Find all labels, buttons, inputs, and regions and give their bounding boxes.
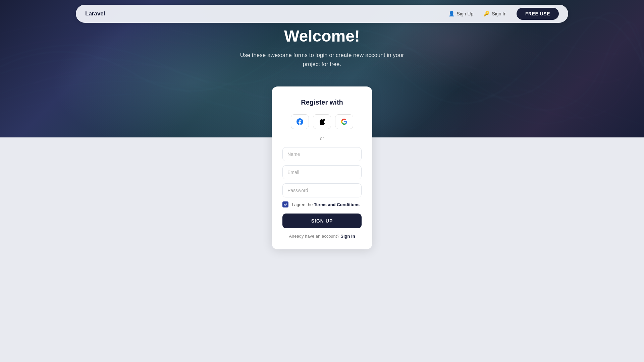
hero-subtitle: Use these awesome forms to login or crea… (0, 51, 644, 69)
email-input[interactable] (282, 165, 362, 179)
social-buttons (282, 114, 362, 129)
brand-name: Laravel (85, 10, 448, 17)
google-icon (341, 118, 347, 125)
card-title: Register with (282, 99, 362, 106)
apple-icon (319, 118, 325, 125)
signin-nav-link[interactable]: 🔑 Sign In (483, 11, 506, 17)
register-card: Register with or (272, 86, 372, 249)
terms-link[interactable]: Terms and Conditions (314, 202, 360, 207)
terms-prefix: I agree the (292, 202, 314, 207)
hero-section: Welcome! Use these awesome forms to logi… (0, 27, 644, 69)
signin-nav-label: Sign In (492, 11, 506, 16)
free-use-button[interactable]: FREE USE (517, 8, 559, 20)
signin-text: Already have an account? Sign in (282, 234, 362, 239)
signin-icon: 🔑 (483, 11, 490, 17)
hero-subtitle-line2: project for free. (303, 61, 341, 67)
signup-icon: 👤 (448, 11, 455, 17)
terms-text: I agree the Terms and Conditions (292, 202, 360, 207)
navbar: Laravel 👤 Sign Up 🔑 Sign In FREE USE (76, 5, 568, 23)
facebook-icon (297, 118, 303, 125)
signup-button[interactable]: SIGN UP (282, 214, 362, 228)
signup-nav-link[interactable]: 👤 Sign Up (448, 11, 474, 17)
apple-button[interactable] (313, 114, 331, 129)
checkmark-icon (283, 202, 287, 206)
signin-link[interactable]: Sign in (340, 234, 355, 239)
hero-subtitle-line1: Use these awesome forms to login or crea… (240, 52, 404, 58)
nav-links: 👤 Sign Up 🔑 Sign In (448, 11, 506, 17)
terms-row: I agree the Terms and Conditions (282, 201, 362, 207)
name-input[interactable] (282, 147, 362, 161)
or-divider: or (282, 136, 362, 141)
signup-nav-label: Sign Up (457, 11, 474, 16)
hero-title: Welcome! (0, 27, 644, 45)
google-button[interactable] (335, 114, 353, 129)
facebook-button[interactable] (291, 114, 309, 129)
password-input[interactable] (282, 183, 362, 197)
terms-checkbox[interactable] (282, 201, 288, 207)
already-account-text: Already have an account? (289, 234, 339, 239)
